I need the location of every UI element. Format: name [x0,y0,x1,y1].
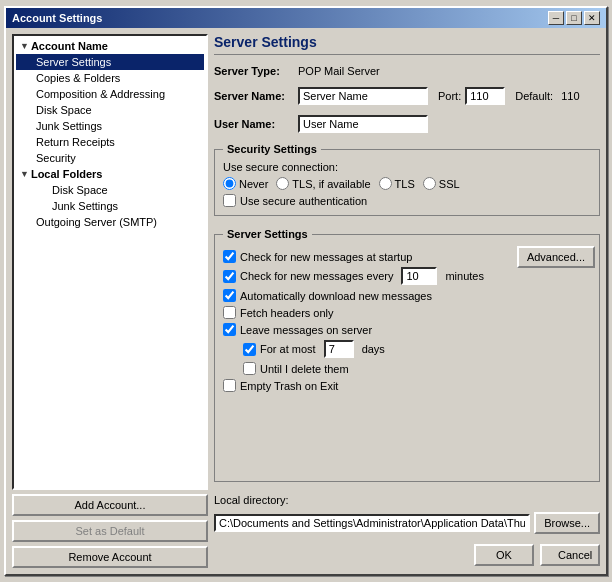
fetch-headers-row: Fetch headers only [223,306,591,319]
radio-ssl-label: SSL [439,178,460,190]
sidebar-item-security[interactable]: Security [16,150,204,166]
sidebar-item-server-settings[interactable]: Server Settings [16,54,204,70]
check-every-input[interactable] [401,267,437,285]
local-folders-label: Local Folders [31,168,103,180]
security-legend: Security Settings [223,143,321,155]
empty-trash-row: Empty Trash on Exit [223,379,591,392]
right-panel: Server Settings Server Type: POP Mail Se… [214,34,600,568]
radio-ssl-input[interactable] [423,177,436,190]
auto-download-label: Automatically download new messages [240,290,432,302]
radio-row: Never TLS, if available TLS SSL [223,177,591,190]
local-dir-row: Browse... [214,512,600,534]
for-at-most-row: For at most days [223,340,591,358]
local-dir-label: Local directory: [214,494,600,506]
empty-trash-checkbox[interactable] [223,379,236,392]
fetch-headers-checkbox[interactable] [223,306,236,319]
use-secure-row: Use secure connection: [223,161,591,173]
empty-trash-label: Empty Trash on Exit [240,380,338,392]
add-account-button[interactable]: Add Account... [12,494,208,516]
check-every-label: Check for new messages every [240,270,393,282]
window-body: ▼ Account Name Server Settings Copies & … [6,28,606,574]
sidebar-item-disk-space[interactable]: Disk Space [16,102,204,118]
user-name-label: User Name: [214,118,294,130]
server-settings-legend: Server Settings [223,228,312,240]
tree-container[interactable]: ▼ Account Name Server Settings Copies & … [12,34,208,490]
server-type-row: Server Type: POP Mail Server [214,65,600,77]
server-name-input[interactable] [298,87,428,105]
sidebar-item-local-junk-settings[interactable]: Junk Settings [16,198,204,214]
minimize-button[interactable]: ─ [548,11,564,25]
server-name-label: Server Name: [214,90,294,102]
radio-tls-if-label: TLS, if available [292,178,370,190]
minutes-label: minutes [445,270,484,282]
fetch-headers-label: Fetch headers only [240,307,334,319]
left-buttons: Add Account... Set as Default Remove Acc… [12,494,208,568]
remove-account-button[interactable]: Remove Account [12,546,208,568]
cancel-button[interactable]: Cancel [540,544,600,566]
account-settings-window: Account Settings ─ □ ✕ ▼ Account Name Se… [4,6,608,576]
local-dir-input[interactable] [214,514,530,532]
bottom-buttons: OK Cancel [214,540,600,568]
auto-download-checkbox[interactable] [223,289,236,302]
for-at-most-checkbox[interactable] [243,343,256,356]
radio-never[interactable]: Never [223,177,268,190]
user-name-row: User Name: [214,115,600,133]
sidebar-item-return-receipts[interactable]: Return Receipts [16,134,204,150]
radio-never-label: Never [239,178,268,190]
security-fieldset: Security Settings Use secure connection:… [214,143,600,216]
radio-ssl[interactable]: SSL [423,177,460,190]
tree-account-name[interactable]: ▼ Account Name [16,38,204,54]
default-value: 110 [561,90,579,102]
close-button[interactable]: ✕ [584,11,600,25]
account-name-label: Account Name [31,40,108,52]
tree-local-folders[interactable]: ▼ Local Folders [16,166,204,182]
leave-messages-label: Leave messages on server [240,324,372,336]
use-secure-label: Use secure connection: [223,161,338,173]
user-name-input[interactable] [298,115,428,133]
panel-title: Server Settings [214,34,600,55]
secure-auth-checkbox[interactable] [223,194,236,207]
sidebar-item-composition-addressing[interactable]: Composition & Addressing [16,86,204,102]
advanced-button[interactable]: Advanced... [517,246,595,268]
auto-download-row: Automatically download new messages [223,289,591,302]
until-delete-row: Until I delete them [223,362,591,375]
sidebar-item-junk-settings[interactable]: Junk Settings [16,118,204,134]
port-input[interactable] [465,87,505,105]
for-at-most-input[interactable] [324,340,354,358]
radio-tls-if[interactable]: TLS, if available [276,177,370,190]
ok-button[interactable]: OK [474,544,534,566]
secure-auth-label[interactable]: Use secure authentication [240,195,367,207]
check-every-row: Check for new messages every minutes [223,267,591,285]
until-delete-label: Until I delete them [260,363,349,375]
leave-messages-checkbox[interactable] [223,323,236,336]
set-default-button[interactable]: Set as Default [12,520,208,542]
title-bar-controls: ─ □ ✕ [548,11,600,25]
check-startup-checkbox[interactable] [223,250,236,263]
secure-auth-row: Use secure authentication [223,194,591,207]
server-name-row: Server Name: Port: Default: 110 [214,87,600,105]
title-bar: Account Settings ─ □ ✕ [6,8,606,28]
check-startup-label: Check for new messages at startup [240,251,412,263]
radio-never-input[interactable] [223,177,236,190]
port-label: Port: [438,90,461,102]
left-panel: ▼ Account Name Server Settings Copies & … [12,34,208,568]
sidebar-item-outgoing[interactable]: Outgoing Server (SMTP) [16,214,204,230]
leave-messages-row: Leave messages on server [223,323,591,336]
server-type-value: POP Mail Server [298,65,380,77]
window-title: Account Settings [12,12,102,24]
radio-tls-input[interactable] [379,177,392,190]
maximize-button[interactable]: □ [566,11,582,25]
browse-button[interactable]: Browse... [534,512,600,534]
for-at-most-label: For at most [260,343,316,355]
days-label: days [362,343,385,355]
sidebar-item-copies-folders[interactable]: Copies & Folders [16,70,204,86]
until-delete-checkbox[interactable] [243,362,256,375]
radio-tls-label: TLS [395,178,415,190]
server-settings-fieldset: Server Settings Advanced... Check for ne… [214,228,600,482]
expand-icon: ▼ [20,41,29,51]
radio-tls-if-input[interactable] [276,177,289,190]
check-every-checkbox[interactable] [223,270,236,283]
local-dir-section: Local directory: Browse... [214,494,600,534]
radio-tls[interactable]: TLS [379,177,415,190]
sidebar-item-local-disk-space[interactable]: Disk Space [16,182,204,198]
